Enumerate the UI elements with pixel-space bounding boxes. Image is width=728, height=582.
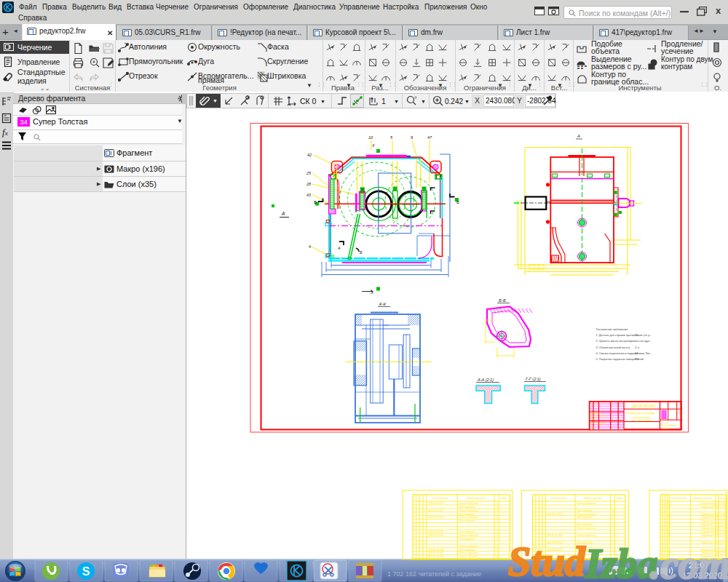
svg-text:1 702 162 читателей с задание: 1 702 162 читателей с задание (387, 570, 481, 578)
svg-text:S: S (82, 565, 90, 578)
